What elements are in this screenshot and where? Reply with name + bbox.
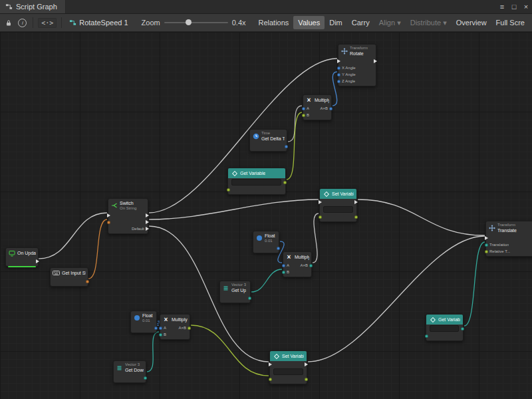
value-port[interactable] (354, 215, 358, 219)
flow-port[interactable] (485, 236, 488, 240)
info-button[interactable]: i (17, 17, 28, 29)
toolbar-button-full-scre[interactable]: Full Scre (491, 16, 529, 29)
toolbar-button-overview[interactable]: Overview (452, 16, 491, 29)
value-port[interactable] (159, 333, 162, 336)
zoom-slider[interactable] (164, 22, 228, 23)
node-title: Get Up (231, 287, 246, 293)
value-port[interactable] (485, 250, 488, 253)
wire[interactable] (332, 72, 337, 106)
wire[interactable] (149, 226, 269, 362)
node-get-variable-1[interactable]: Get Variable (227, 168, 286, 195)
flow-port[interactable] (337, 59, 340, 63)
node-multiply-1[interactable]: ×MultiplyAA×BB (303, 94, 332, 120)
node-translate[interactable]: TransformTranslateTranslationRelative T.… (485, 221, 532, 257)
branch-icon (110, 202, 118, 209)
value-port[interactable] (305, 378, 308, 381)
flow-port[interactable] (36, 259, 39, 263)
value-port[interactable] (248, 297, 251, 300)
node-switch-on-string[interactable]: SwitchOn StringDefault (108, 198, 148, 234)
node-get-delta-time[interactable]: TimeGet Delta Time (249, 129, 287, 152)
wire[interactable] (149, 200, 319, 219)
graph-canvas[interactable]: On UpdateGet Input Strin...SwitchOn Stri… (0, 32, 532, 399)
value-port[interactable] (425, 334, 428, 338)
flow-port[interactable] (374, 59, 377, 63)
toolbar-separator (33, 17, 33, 28)
value-port[interactable] (277, 247, 280, 250)
value-port[interactable] (269, 378, 272, 381)
lock-button[interactable] (3, 17, 14, 29)
flow-port[interactable] (354, 200, 358, 204)
script-graph-window: Script Graph ≡ □ × i <·> RotateSpeed 1 Z… (0, 0, 532, 399)
flow-port[interactable] (146, 227, 149, 231)
value-port[interactable] (154, 327, 158, 330)
value-port[interactable] (159, 327, 162, 330)
flow-port[interactable] (319, 200, 322, 204)
flow-port[interactable] (146, 213, 149, 217)
wire[interactable] (191, 325, 269, 376)
wire[interactable] (288, 106, 302, 142)
node-multiply-2[interactable]: ×MultiplyAA×BB (283, 251, 312, 277)
flow-port[interactable] (269, 362, 272, 366)
value-port[interactable] (144, 376, 147, 380)
value-port[interactable] (283, 181, 287, 184)
node-float-2[interactable]: Float0.01 (130, 311, 157, 333)
graph-asset-icon (69, 19, 76, 27)
value-port[interactable] (107, 221, 110, 224)
wire[interactable] (39, 213, 107, 259)
value-port[interactable] (227, 188, 230, 192)
window-maximize-icon[interactable]: □ (508, 0, 520, 13)
node-set-variable-1[interactable]: Set Variable (319, 188, 357, 222)
value-port[interactable] (282, 271, 285, 274)
wire[interactable] (88, 219, 107, 279)
node-get-input-string[interactable]: Get Input Strin... (50, 267, 88, 287)
value-port[interactable] (302, 107, 305, 110)
variable-name-field[interactable] (323, 206, 353, 213)
multiply-icon: × (285, 253, 293, 261)
flow-port[interactable] (305, 362, 308, 366)
node-vector3-get-up[interactable]: Vector 3Get Up (219, 281, 251, 303)
toolbar-button-carry[interactable]: Carry (347, 16, 374, 29)
toolbar-button-dim[interactable]: Dim (325, 16, 347, 29)
flow-port[interactable] (107, 213, 110, 217)
node-title: Multiply (315, 97, 329, 103)
value-port[interactable] (285, 145, 288, 148)
toolbar-button-values[interactable]: Values (293, 16, 325, 29)
value-port[interactable] (309, 264, 313, 267)
node-float-1[interactable]: Float0.01 (253, 231, 279, 253)
wire[interactable] (251, 269, 282, 292)
graph-reference[interactable]: RotateSpeed 1 (69, 19, 128, 27)
value-port[interactable] (302, 114, 305, 117)
wire[interactable] (308, 236, 485, 362)
variable-name-field[interactable] (231, 179, 281, 186)
wire[interactable] (358, 200, 485, 235)
wire[interactable] (313, 213, 319, 263)
value-port[interactable] (337, 66, 340, 70)
value-port[interactable] (188, 327, 191, 330)
variable-name-field[interactable] (430, 325, 459, 332)
variable-name-field[interactable] (273, 368, 303, 375)
node-get-variable-2[interactable]: Get Variable (426, 314, 464, 341)
tab-script-graph[interactable]: Script Graph (0, 0, 66, 13)
code-view-button[interactable]: <·> (38, 19, 57, 27)
value-port[interactable] (337, 80, 340, 83)
node-vector3-get-down[interactable]: Vector 3Get Down (113, 360, 146, 383)
value-port[interactable] (86, 280, 89, 283)
node-set-variable-2[interactable]: Set Variable (269, 350, 307, 384)
node-rotate[interactable]: TransformRotateX AngleY AngleZ Angle (338, 44, 376, 86)
zoom-slider-thumb[interactable] (186, 19, 192, 25)
value-port[interactable] (461, 327, 464, 331)
value-port[interactable] (319, 215, 322, 219)
wire[interactable] (287, 112, 302, 180)
toolbar-button-relations[interactable]: Relations (254, 16, 294, 29)
window-close-icon[interactable]: × (520, 0, 532, 13)
wire[interactable] (464, 242, 485, 326)
flow-port[interactable] (146, 220, 149, 224)
value-port[interactable] (337, 73, 340, 76)
value-port[interactable] (329, 107, 332, 110)
wire[interactable] (147, 332, 159, 372)
node-multiply-3[interactable]: ×MultiplyAA×BB (160, 314, 190, 340)
value-port[interactable] (485, 243, 488, 247)
window-menu-icon[interactable]: ≡ (496, 0, 508, 13)
value-port[interactable] (282, 264, 285, 267)
node-on-update[interactable]: On Update (5, 247, 39, 267)
